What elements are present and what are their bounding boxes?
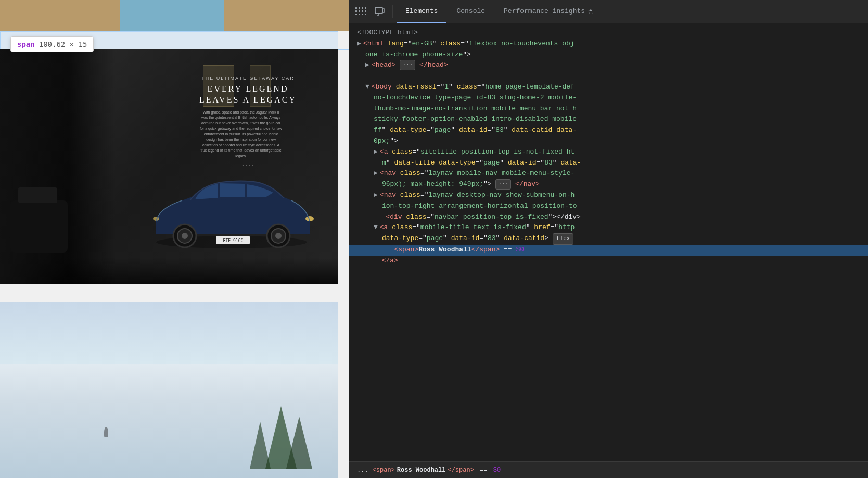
code-nav-mobile-cont: 96px); max-height: 949px; "> ··· </nav> <box>349 179 868 190</box>
topbar-blue-section <box>120 0 224 31</box>
triangle-head[interactable]: ▶ <box>365 60 369 71</box>
triangle-nav-mobile[interactable]: ▶ <box>374 168 378 179</box>
code-body-class-3: sticky-footer-option-enabled intro-disab… <box>349 114 868 125</box>
devtools-panel: Elements Console Performance insights ⚗ … <box>349 0 868 478</box>
code-body-class-1: no-touchdevice type-page id-83 slug-home… <box>349 93 868 104</box>
dot <box>362 14 363 15</box>
code-nav-mobile: ▶ <nav class =" laynav mobile-nav mobile… <box>349 168 868 179</box>
dot <box>365 14 366 15</box>
breadcrumb-ellipsis[interactable]: ... <box>357 467 368 474</box>
tab-performance-insights[interactable]: Performance insights ⚗ <box>495 0 601 23</box>
devtools-code-area[interactable]: <!DOCTYPE html> ▶ <html lang =" en-GB " … <box>349 23 868 461</box>
tree-3 <box>286 417 312 469</box>
triangle-html[interactable]: ▶ <box>357 39 361 49</box>
code-html-open: ▶ <html lang =" en-GB " class =" flexbox… <box>349 39 868 49</box>
car-body-text: With grace, space and pace, the Jaguar M… <box>199 110 283 159</box>
code-body-open: ▼ <body data-rsssl =" 1 " class =" home … <box>349 82 868 93</box>
dot <box>359 10 360 12</box>
code-body-class-4: ff " data-type =" page " data-id =" 83 "… <box>349 125 868 136</box>
dot <box>362 10 363 12</box>
code-span-selected[interactable]: <span> Ross Woodhall </span> == $0 <box>349 245 868 256</box>
tooltip-size: 100.62 × 15 <box>39 40 87 48</box>
tab-elements[interactable]: Elements <box>397 0 446 23</box>
selected-element-breadcrumb: <span> Ross Woodhall </span> == $0 <box>373 467 860 474</box>
dot <box>355 10 357 12</box>
code-a-sitetitle: ▶ <a class =" sitetitle position-top is-… <box>349 147 868 158</box>
bag-shape <box>10 200 68 253</box>
car-title: EVERY LEGEND LEAVES A LEGACY <box>199 84 297 106</box>
code-body-style: 0px; "> <box>349 136 868 147</box>
svg-point-6 <box>275 233 282 239</box>
dot <box>359 7 360 9</box>
triangle-body[interactable]: ▼ <box>365 82 369 93</box>
topbar-brown-section <box>0 0 120 31</box>
triangle-nav-desktop[interactable]: ▶ <box>374 190 378 201</box>
dot <box>365 7 366 9</box>
element-tooltip: span 100.62 × 15 <box>10 36 94 52</box>
dot <box>359 14 360 15</box>
code-a-sitetitle-cont: m " data-title data-type =" page " data-… <box>349 158 868 169</box>
code-body-class-2: thumb-mo-image-no-transition mobile_menu… <box>349 104 868 115</box>
triangle-a-mobile[interactable]: ▼ <box>374 222 378 233</box>
code-doctype: <!DOCTYPE html> <box>349 28 868 39</box>
code-a-close: </a> <box>349 256 868 267</box>
code-nav-desktop: ▶ <nav class =" laynav desktop-nav show-… <box>349 190 868 201</box>
tab-divider <box>392 5 393 18</box>
code-blank-1 <box>349 71 868 82</box>
grid-dots-icon <box>355 7 367 16</box>
car-text-overlay: THE ULTIMATE GETAWAY CAR EVERY LEGEND LE… <box>199 76 297 169</box>
dollar-zero: $0 <box>516 245 524 256</box>
car-svg: RTF 916C <box>141 159 323 263</box>
flask-icon: ⚗ <box>588 7 592 16</box>
car-subtitle: THE ULTIMATE GETAWAY CAR <box>199 76 297 81</box>
svg-point-3 <box>182 233 188 239</box>
topbar-right-section <box>224 0 349 31</box>
tab-console[interactable]: Console <box>448 0 493 23</box>
code-a-mobile-title: ▼ <a class =" mobile-title text is-fixed… <box>349 222 868 233</box>
webpage-car-image: THE ULTIMATE GETAWAY CAR EVERY LEGEND LE… <box>0 49 338 284</box>
inspect-element-button[interactable] <box>353 3 369 20</box>
webpage-preview: span 100.62 × 15 THE ULTIMATE GETAWAY CA… <box>0 0 349 478</box>
webpage-topbar <box>0 0 349 31</box>
dot <box>355 7 357 9</box>
car-scene: THE ULTIMATE GETAWAY CAR EVERY LEGEND LE… <box>0 49 338 284</box>
svg-text:RTF 916C: RTF 916C <box>223 238 244 243</box>
tooltip-tag: span <box>17 40 35 48</box>
code-head: ▶ <head> ··· </head> <box>349 60 868 71</box>
devtools-bottom-bar: ... <span> Ross Woodhall </span> == $0 <box>349 461 868 478</box>
dot <box>365 10 366 12</box>
dot <box>355 14 357 15</box>
tree-2 <box>250 422 271 469</box>
skier <box>104 427 108 437</box>
webpage-snow-image <box>0 302 338 478</box>
flex-badge-inline: flex <box>553 233 573 245</box>
dollar-zero-bottom: $0 <box>493 467 501 474</box>
bag-handle <box>18 187 57 203</box>
device-toggle-button[interactable] <box>372 3 388 20</box>
svg-rect-11 <box>375 7 382 14</box>
devtools-header: Elements Console Performance insights ⚗ <box>349 0 868 23</box>
code-div-navbar: <div class =" navbar position-top is-fix… <box>349 212 868 223</box>
device-icon <box>375 7 385 16</box>
svg-rect-12 <box>382 9 385 12</box>
sky <box>0 302 338 364</box>
code-html-class-cont: one is-chrome phone-size "> <box>349 49 868 60</box>
triangle-a-sitetitle[interactable]: ▶ <box>374 147 378 158</box>
code-a-mobile-title-cont: data-type =" page " data-id =" 83 " data… <box>349 233 868 245</box>
code-nav-desktop-cont: ion-top-right arrangement-horizontal pos… <box>349 201 868 212</box>
dot <box>362 7 363 9</box>
